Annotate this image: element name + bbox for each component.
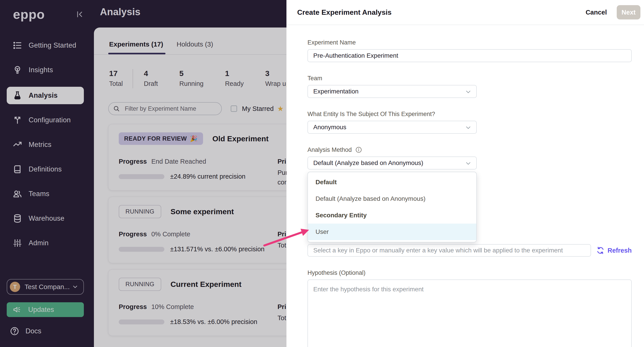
dropdown-option-user[interactable]: User [308,224,476,240]
docs-link[interactable]: Docs [7,326,84,336]
info-icon[interactable] [355,146,362,153]
status-badge-running: RUNNING [119,205,161,218]
dropdown-option-default-anonymous[interactable]: Default (Analyze based on Anonymous) [308,190,476,207]
progress-bar [119,247,164,252]
updates-label: Updates [28,306,54,314]
star-icon: ★ [277,104,284,113]
progress-label: Progress [119,230,147,238]
sidebar-item-label: Definitions [28,165,62,173]
stat-total: 17 Total [109,69,123,88]
modal-header: Create Experiment Analysis Cancel Next [286,0,644,25]
stat-wrap-up: 3 Wrap up [265,69,290,88]
stat-value: 17 [109,69,123,78]
analysis-method-label: Analysis Method [308,146,632,154]
team-select[interactable]: Experimentation [308,85,477,98]
sidebar-bottom: T Test Compan... Updates Docs [0,279,90,347]
search-icon [113,105,120,112]
progress-bar [119,174,164,179]
progress-label: Progress [119,158,147,165]
chevron-down-icon [465,124,471,131]
experiment-title[interactable]: Current Experiment [170,280,242,289]
progress-bar [119,320,164,324]
people-icon [12,189,22,199]
analysis-method-group: Analysis Method Default (Analyze based o… [308,146,632,170]
entity-label: What Entity Is The Subject Of This Exper… [308,110,632,118]
key-row: Refresh [308,244,632,257]
cancel-button[interactable]: Cancel [586,9,607,16]
refresh-icon [596,246,604,254]
next-button[interactable]: Next [617,5,640,20]
analysis-method-select[interactable]: Default (Analyze based on Anonymous) [308,156,477,170]
workspace-avatar: T [10,282,20,292]
sidebar-item-getting-started[interactable]: Getting Started [7,38,84,53]
chevron-down-icon [465,160,471,166]
progress-status: 0% Complete [152,230,190,238]
experiment-filter [108,102,222,115]
hypothesis-group: Hypothesis (Optional) [308,269,632,347]
stat-label: Wrap up [265,80,290,88]
refresh-button[interactable]: Refresh [596,246,632,254]
sidebar-item-configuration[interactable]: Configuration [7,112,84,128]
lightbulb-icon [12,65,22,75]
stat-value: 4 [144,69,158,78]
entity-select-value: Anonymous [313,124,346,131]
my-starred-checkbox[interactable] [231,106,237,112]
experiment-title[interactable]: Some experiment [170,207,234,216]
hypothesis-textarea[interactable] [308,280,632,347]
party-popper-icon: 🎉 [190,135,198,142]
hypothesis-label: Hypothesis (Optional) [308,269,632,276]
sidebar-item-warehouse[interactable]: Warehouse [7,210,84,226]
stat-draft: 4 Draft [144,69,158,88]
analysis-method-select-value: Default (Analyze based on Anonymous) [313,160,423,166]
workspace-switcher[interactable]: T Test Compan... [7,279,84,295]
refresh-label: Refresh [608,247,632,254]
precision-text: ±131.571% vs. ±6.00% precision [170,246,264,253]
chevron-down-icon [465,89,471,95]
updates-button[interactable]: Updates [7,302,84,317]
question-circle-icon [10,326,19,336]
sidebar-item-label: Insights [28,66,53,74]
sliders-icon [12,238,22,248]
entity-select[interactable]: Anonymous [308,121,477,134]
megaphone-icon [12,305,22,314]
team-group: Team Experimentation [308,75,632,98]
experiment-name-input[interactable] [308,49,632,62]
stat-running: 5 Running [179,69,204,88]
sidebar-item-admin[interactable]: Admin [7,235,84,251]
progress-label: Progress [119,303,147,310]
sidebar-item-analysis[interactable]: Analysis [7,87,84,104]
sidebar-nav: Getting Started Insights Analysis Config… [0,38,90,260]
stat-value: 1 [225,69,244,78]
book-icon [12,164,22,174]
app-root: eppo Getting Started Insights [0,0,644,347]
tab-experiments[interactable]: Experiments (17) [109,40,163,54]
entity-group: What Entity Is The Subject Of This Exper… [308,110,632,134]
experiment-title[interactable]: Old Experiment [212,134,268,143]
sidebar-item-label: Admin [28,239,48,247]
page-title: Analysis [100,6,140,18]
stat-label: Ready [225,80,244,88]
sidebar-item-insights[interactable]: Insights [7,62,84,78]
sidebar-item-definitions[interactable]: Definitions [7,162,84,177]
stat-label: Total [109,80,123,88]
logo-row: eppo [0,0,90,22]
eppo-logo: eppo [13,7,75,22]
filter-input[interactable] [108,102,222,115]
experiment-name-label: Experiment Name [308,39,632,46]
sidebar-item-label: Teams [28,190,50,198]
experiment-name-group: Experiment Name [308,39,632,62]
sidebar-collapse-icon[interactable] [75,10,84,19]
team-select-value: Experimentation [313,88,358,95]
progress-status: End Date Reached [152,158,206,165]
status-badge-ready-for-review: READY FOR REVIEW🎉 [119,132,203,145]
stat-ready: 1 Ready [225,69,244,88]
dropdown-group-default: Default [308,174,476,190]
line-chart-icon [12,140,22,150]
sidebar-item-metrics[interactable]: Metrics [7,137,84,152]
tab-holdouts[interactable]: Holdouts (3) [177,40,213,54]
sidebar-item-teams[interactable]: Teams [7,186,84,202]
key-input[interactable] [308,244,591,257]
workspace-name: Test Compan... [24,283,72,291]
progress-status: 10% Complete [152,303,194,310]
my-starred-filter: My Starred ★ [231,104,284,113]
